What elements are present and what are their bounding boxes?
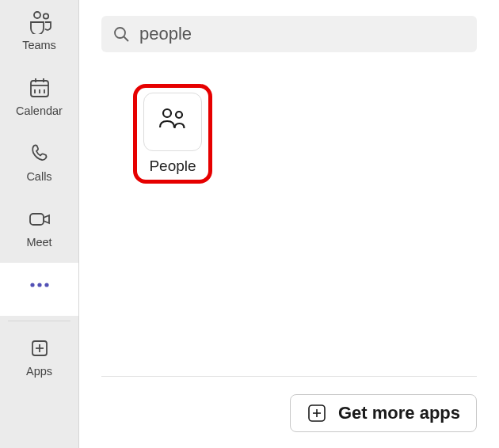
svg-line-17 [124,37,129,42]
calendar-icon [24,74,55,102]
svg-point-18 [163,109,171,117]
sidebar-item-label: Calls [26,170,51,183]
svg-point-10 [30,283,34,287]
sidebar-item-label: Calendar [16,104,63,117]
result-tile-people[interactable]: People [133,84,212,184]
plus-square-icon [307,403,327,423]
more-icon [24,271,55,299]
result-label: People [149,158,196,175]
search-icon [112,25,130,43]
apps-plus-icon [24,334,55,363]
sidebar-item-label: Meet [26,236,51,249]
search-results: People [101,52,477,376]
svg-point-16 [115,28,125,38]
svg-point-1 [43,13,48,18]
svg-rect-2 [31,81,48,97]
sidebar-item-apps[interactable]: Apps [0,326,78,392]
search-input[interactable] [139,24,466,44]
svg-rect-9 [30,214,44,225]
get-more-apps-button[interactable]: Get more apps [290,394,477,432]
teams-icon [24,8,55,36]
svg-point-19 [176,112,182,118]
svg-point-0 [34,12,40,18]
sidebar-item-label: Teams [22,39,56,51]
main-content: People Get more apps [79,0,499,448]
sidebar-item-meet[interactable]: Meet [0,197,78,263]
bottom-bar: Get more apps [101,376,477,432]
search-bar[interactable] [101,16,477,52]
result-tile-icon-box [143,93,202,151]
app-sidebar: Teams Calendar Calls [0,0,79,448]
sidebar-item-calls[interactable]: Calls [0,131,78,197]
svg-point-12 [44,283,48,287]
get-more-apps-label: Get more apps [338,403,460,423]
sidebar-item-label: Apps [26,365,52,378]
sidebar-divider [8,321,70,321]
people-icon [157,107,189,137]
svg-point-11 [37,283,41,287]
sidebar-item-more[interactable] [0,263,78,316]
phone-icon [24,139,55,168]
sidebar-item-teams[interactable]: Teams [0,0,78,66]
video-icon [24,205,55,233]
sidebar-item-calendar[interactable]: Calendar [0,66,78,131]
